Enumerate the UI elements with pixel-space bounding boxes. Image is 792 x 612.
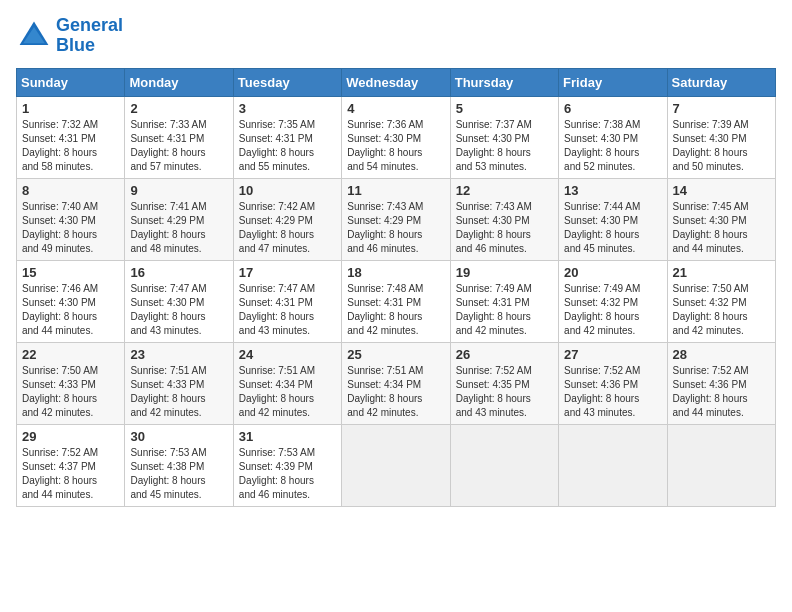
page-header: General Blue xyxy=(16,16,776,56)
day-info: Sunrise: 7:50 AM Sunset: 4:32 PM Dayligh… xyxy=(673,282,770,338)
day-number: 1 xyxy=(22,101,119,116)
day-info: Sunrise: 7:52 AM Sunset: 4:36 PM Dayligh… xyxy=(673,364,770,420)
day-info: Sunrise: 7:52 AM Sunset: 4:35 PM Dayligh… xyxy=(456,364,553,420)
day-info: Sunrise: 7:51 AM Sunset: 4:34 PM Dayligh… xyxy=(239,364,336,420)
calendar-day-cell: 29Sunrise: 7:52 AM Sunset: 4:37 PM Dayli… xyxy=(17,424,125,506)
calendar-day-cell: 30Sunrise: 7:53 AM Sunset: 4:38 PM Dayli… xyxy=(125,424,233,506)
day-number: 12 xyxy=(456,183,553,198)
day-number: 21 xyxy=(673,265,770,280)
calendar-day-cell: 13Sunrise: 7:44 AM Sunset: 4:30 PM Dayli… xyxy=(559,178,667,260)
calendar-day-cell: 7Sunrise: 7:39 AM Sunset: 4:30 PM Daylig… xyxy=(667,96,775,178)
day-number: 29 xyxy=(22,429,119,444)
day-info: Sunrise: 7:38 AM Sunset: 4:30 PM Dayligh… xyxy=(564,118,661,174)
calendar-day-cell: 28Sunrise: 7:52 AM Sunset: 4:36 PM Dayli… xyxy=(667,342,775,424)
calendar-day-cell: 22Sunrise: 7:50 AM Sunset: 4:33 PM Dayli… xyxy=(17,342,125,424)
day-number: 19 xyxy=(456,265,553,280)
calendar-day-cell: 23Sunrise: 7:51 AM Sunset: 4:33 PM Dayli… xyxy=(125,342,233,424)
calendar-day-cell xyxy=(450,424,558,506)
day-info: Sunrise: 7:52 AM Sunset: 4:37 PM Dayligh… xyxy=(22,446,119,502)
day-number: 13 xyxy=(564,183,661,198)
day-number: 23 xyxy=(130,347,227,362)
calendar-day-cell: 15Sunrise: 7:46 AM Sunset: 4:30 PM Dayli… xyxy=(17,260,125,342)
day-info: Sunrise: 7:32 AM Sunset: 4:31 PM Dayligh… xyxy=(22,118,119,174)
calendar-day-cell: 4Sunrise: 7:36 AM Sunset: 4:30 PM Daylig… xyxy=(342,96,450,178)
calendar-day-cell xyxy=(342,424,450,506)
day-number: 31 xyxy=(239,429,336,444)
day-info: Sunrise: 7:42 AM Sunset: 4:29 PM Dayligh… xyxy=(239,200,336,256)
day-number: 26 xyxy=(456,347,553,362)
day-number: 20 xyxy=(564,265,661,280)
weekday-header: Friday xyxy=(559,68,667,96)
day-number: 3 xyxy=(239,101,336,116)
day-info: Sunrise: 7:49 AM Sunset: 4:32 PM Dayligh… xyxy=(564,282,661,338)
day-info: Sunrise: 7:41 AM Sunset: 4:29 PM Dayligh… xyxy=(130,200,227,256)
calendar-day-cell: 10Sunrise: 7:42 AM Sunset: 4:29 PM Dayli… xyxy=(233,178,341,260)
calendar-day-cell: 17Sunrise: 7:47 AM Sunset: 4:31 PM Dayli… xyxy=(233,260,341,342)
weekday-header: Tuesday xyxy=(233,68,341,96)
day-info: Sunrise: 7:37 AM Sunset: 4:30 PM Dayligh… xyxy=(456,118,553,174)
day-number: 22 xyxy=(22,347,119,362)
day-number: 15 xyxy=(22,265,119,280)
calendar-day-cell: 8Sunrise: 7:40 AM Sunset: 4:30 PM Daylig… xyxy=(17,178,125,260)
day-number: 16 xyxy=(130,265,227,280)
day-info: Sunrise: 7:36 AM Sunset: 4:30 PM Dayligh… xyxy=(347,118,444,174)
day-info: Sunrise: 7:35 AM Sunset: 4:31 PM Dayligh… xyxy=(239,118,336,174)
day-number: 10 xyxy=(239,183,336,198)
calendar-day-cell: 3Sunrise: 7:35 AM Sunset: 4:31 PM Daylig… xyxy=(233,96,341,178)
calendar-table: SundayMondayTuesdayWednesdayThursdayFrid… xyxy=(16,68,776,507)
day-number: 27 xyxy=(564,347,661,362)
day-number: 25 xyxy=(347,347,444,362)
day-info: Sunrise: 7:40 AM Sunset: 4:30 PM Dayligh… xyxy=(22,200,119,256)
day-number: 14 xyxy=(673,183,770,198)
calendar-week-row: 1Sunrise: 7:32 AM Sunset: 4:31 PM Daylig… xyxy=(17,96,776,178)
day-number: 9 xyxy=(130,183,227,198)
day-number: 11 xyxy=(347,183,444,198)
day-number: 6 xyxy=(564,101,661,116)
day-number: 18 xyxy=(347,265,444,280)
calendar-day-cell: 16Sunrise: 7:47 AM Sunset: 4:30 PM Dayli… xyxy=(125,260,233,342)
day-number: 28 xyxy=(673,347,770,362)
day-info: Sunrise: 7:52 AM Sunset: 4:36 PM Dayligh… xyxy=(564,364,661,420)
day-info: Sunrise: 7:50 AM Sunset: 4:33 PM Dayligh… xyxy=(22,364,119,420)
day-info: Sunrise: 7:43 AM Sunset: 4:29 PM Dayligh… xyxy=(347,200,444,256)
day-info: Sunrise: 7:53 AM Sunset: 4:38 PM Dayligh… xyxy=(130,446,227,502)
calendar-day-cell: 27Sunrise: 7:52 AM Sunset: 4:36 PM Dayli… xyxy=(559,342,667,424)
calendar-day-cell: 5Sunrise: 7:37 AM Sunset: 4:30 PM Daylig… xyxy=(450,96,558,178)
calendar-day-cell xyxy=(559,424,667,506)
day-info: Sunrise: 7:46 AM Sunset: 4:30 PM Dayligh… xyxy=(22,282,119,338)
day-info: Sunrise: 7:53 AM Sunset: 4:39 PM Dayligh… xyxy=(239,446,336,502)
calendar-day-cell: 19Sunrise: 7:49 AM Sunset: 4:31 PM Dayli… xyxy=(450,260,558,342)
logo-text: General Blue xyxy=(56,16,123,56)
calendar-day-cell: 6Sunrise: 7:38 AM Sunset: 4:30 PM Daylig… xyxy=(559,96,667,178)
logo-icon xyxy=(16,18,52,54)
calendar-week-row: 22Sunrise: 7:50 AM Sunset: 4:33 PM Dayli… xyxy=(17,342,776,424)
calendar-day-cell: 20Sunrise: 7:49 AM Sunset: 4:32 PM Dayli… xyxy=(559,260,667,342)
calendar-day-cell: 2Sunrise: 7:33 AM Sunset: 4:31 PM Daylig… xyxy=(125,96,233,178)
calendar-day-cell: 26Sunrise: 7:52 AM Sunset: 4:35 PM Dayli… xyxy=(450,342,558,424)
day-number: 30 xyxy=(130,429,227,444)
day-number: 24 xyxy=(239,347,336,362)
day-info: Sunrise: 7:44 AM Sunset: 4:30 PM Dayligh… xyxy=(564,200,661,256)
day-info: Sunrise: 7:33 AM Sunset: 4:31 PM Dayligh… xyxy=(130,118,227,174)
weekday-header: Wednesday xyxy=(342,68,450,96)
calendar-day-cell: 9Sunrise: 7:41 AM Sunset: 4:29 PM Daylig… xyxy=(125,178,233,260)
calendar-day-cell: 18Sunrise: 7:48 AM Sunset: 4:31 PM Dayli… xyxy=(342,260,450,342)
day-number: 7 xyxy=(673,101,770,116)
day-number: 2 xyxy=(130,101,227,116)
calendar-day-cell: 1Sunrise: 7:32 AM Sunset: 4:31 PM Daylig… xyxy=(17,96,125,178)
day-info: Sunrise: 7:43 AM Sunset: 4:30 PM Dayligh… xyxy=(456,200,553,256)
day-info: Sunrise: 7:51 AM Sunset: 4:33 PM Dayligh… xyxy=(130,364,227,420)
calendar-day-cell xyxy=(667,424,775,506)
calendar-day-cell: 31Sunrise: 7:53 AM Sunset: 4:39 PM Dayli… xyxy=(233,424,341,506)
weekday-header: Thursday xyxy=(450,68,558,96)
day-info: Sunrise: 7:48 AM Sunset: 4:31 PM Dayligh… xyxy=(347,282,444,338)
day-info: Sunrise: 7:51 AM Sunset: 4:34 PM Dayligh… xyxy=(347,364,444,420)
day-info: Sunrise: 7:47 AM Sunset: 4:30 PM Dayligh… xyxy=(130,282,227,338)
day-number: 17 xyxy=(239,265,336,280)
day-number: 4 xyxy=(347,101,444,116)
calendar-day-cell: 25Sunrise: 7:51 AM Sunset: 4:34 PM Dayli… xyxy=(342,342,450,424)
calendar-week-row: 15Sunrise: 7:46 AM Sunset: 4:30 PM Dayli… xyxy=(17,260,776,342)
day-info: Sunrise: 7:49 AM Sunset: 4:31 PM Dayligh… xyxy=(456,282,553,338)
day-info: Sunrise: 7:45 AM Sunset: 4:30 PM Dayligh… xyxy=(673,200,770,256)
calendar-day-cell: 11Sunrise: 7:43 AM Sunset: 4:29 PM Dayli… xyxy=(342,178,450,260)
